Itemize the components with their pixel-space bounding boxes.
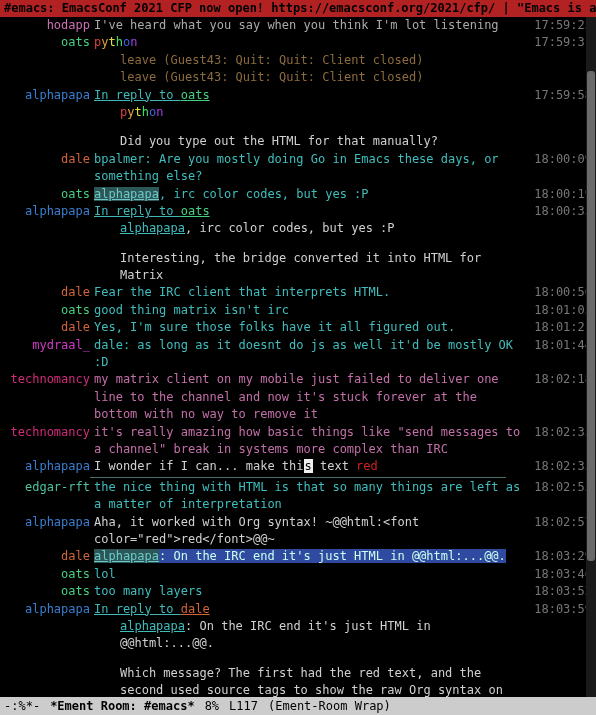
timestamp: 18:03:29 bbox=[528, 548, 592, 565]
text: lol bbox=[94, 567, 116, 581]
message-row: edgar-rftthe nice thing with HTML is tha… bbox=[0, 479, 596, 514]
red-text: red bbox=[356, 459, 378, 473]
nick[interactable]: oats bbox=[61, 303, 90, 317]
blank-line bbox=[0, 653, 596, 665]
nick-column: alphapapa bbox=[4, 458, 94, 475]
message-body: In reply to dale bbox=[94, 601, 528, 618]
nick-column: dale bbox=[4, 319, 94, 336]
nick[interactable]: dale bbox=[61, 549, 90, 563]
timestamp: 17:59:25 bbox=[528, 17, 592, 34]
message-row: Did you type out the HTML for that manua… bbox=[0, 133, 596, 150]
nick[interactable]: alphapapa bbox=[25, 602, 90, 616]
mode-line: -:%*- *Ement Room: #emacs* 8% L117 (Emen… bbox=[0, 697, 596, 715]
message-row: dalebpalmer: Are you mostly doing Go in … bbox=[0, 151, 596, 186]
message-row: technomancymy matrix client on my mobile… bbox=[0, 371, 596, 423]
message-scroll-area[interactable]: hodappI've heard what you say when you t… bbox=[0, 17, 596, 697]
mention-link[interactable]: alphapapa bbox=[94, 549, 159, 563]
channel-topic: : EmacsConf 2021 CFP now open! https://e… bbox=[47, 1, 596, 15]
message-row: leave (Guest43: Quit: Quit: Client close… bbox=[0, 69, 596, 86]
mention-link[interactable]: alphapapa bbox=[120, 221, 185, 235]
nick-column: technomancy bbox=[4, 424, 94, 441]
text: bpalmer: Are you mostly doing Go in Emac… bbox=[94, 152, 499, 183]
message-row: alphapapaAha, it worked with Org syntax!… bbox=[0, 514, 596, 549]
message-row: alphapapaI wonder if I can... make this … bbox=[0, 458, 596, 475]
nick[interactable]: dale bbox=[61, 152, 90, 166]
reply-prefix[interactable]: In reply to bbox=[94, 204, 181, 218]
nick[interactable]: oats bbox=[61, 567, 90, 581]
nick[interactable]: oats bbox=[61, 584, 90, 598]
nick-column: technomancy bbox=[4, 371, 94, 388]
message-body: my matrix client on my mobile just faile… bbox=[94, 371, 528, 423]
nick-column: oats bbox=[4, 583, 94, 600]
mention-link[interactable]: alphapapa bbox=[94, 187, 159, 201]
nick[interactable]: hodapp bbox=[47, 18, 90, 32]
nick[interactable]: technomancy bbox=[11, 372, 90, 386]
reply-prefix[interactable]: In reply to bbox=[94, 602, 181, 616]
modeline-line: L117 bbox=[229, 697, 258, 715]
nick[interactable]: dale bbox=[61, 285, 90, 299]
timestamp: 18:02:55 bbox=[528, 479, 592, 496]
mention-link[interactable]: alphapapa bbox=[120, 619, 185, 633]
modeline-buffer: *Ement Room: #emacs* bbox=[50, 697, 195, 715]
message-row: python bbox=[0, 104, 596, 121]
nick[interactable]: alphapapa bbox=[25, 459, 90, 473]
message-row: oatsalphapapa, irc color codes, but yes … bbox=[0, 186, 596, 203]
text: I wonder if I can... make thi bbox=[94, 459, 304, 473]
nick-column: alphapapa bbox=[4, 601, 94, 618]
text: text bbox=[313, 459, 356, 473]
message-body: In reply to oats bbox=[94, 203, 528, 220]
nick-column: oats bbox=[4, 34, 94, 51]
nick-column: mydraal_ bbox=[4, 337, 94, 354]
channel-name: #emacs bbox=[4, 1, 47, 15]
nick[interactable]: oats bbox=[61, 187, 90, 201]
app-root: #emacs: EmacsConf 2021 CFP now open! htt… bbox=[0, 0, 596, 715]
text: Fear the IRC client that interprets HTML… bbox=[94, 285, 390, 299]
nick[interactable]: technomancy bbox=[11, 425, 90, 439]
blank-line bbox=[0, 238, 596, 250]
message-row: oatslol18:03:46 bbox=[0, 566, 596, 583]
timestamp: 18:01:05 bbox=[528, 302, 592, 319]
message-body: good thing matrix isn't irc bbox=[94, 302, 528, 319]
message-body: it's really amazing how basic things lik… bbox=[94, 424, 528, 459]
modeline-status: -:%*- bbox=[4, 697, 40, 715]
nick[interactable]: alphapapa bbox=[25, 88, 90, 102]
nick[interactable]: edgar-rft bbox=[25, 480, 90, 494]
nick-column: oats bbox=[4, 566, 94, 583]
message-body: the nice thing with HTML is that so many… bbox=[94, 479, 528, 514]
reply-prefix[interactable]: In reply to bbox=[94, 88, 181, 102]
nick-column: dale bbox=[4, 151, 94, 168]
message-row: alphapapaIn reply to oats17:59:58 bbox=[0, 87, 596, 104]
message-body: Fear the IRC client that interprets HTML… bbox=[94, 284, 528, 301]
scrollbar[interactable] bbox=[586, 17, 596, 697]
message-row: Interesting, the bridge converted it int… bbox=[0, 250, 596, 285]
quit-notice: leave (Guest43: Quit: Quit: Client close… bbox=[120, 53, 423, 67]
reply-target[interactable]: oats bbox=[181, 88, 210, 102]
cursor: s bbox=[304, 459, 313, 473]
title-bar: #emacs: EmacsConf 2021 CFP now open! htt… bbox=[0, 0, 596, 17]
reply-target[interactable]: oats bbox=[181, 204, 210, 218]
text: it's really amazing how basic things lik… bbox=[94, 425, 520, 456]
timestamp: 18:02:35 bbox=[528, 458, 592, 475]
scrollbar-thumb[interactable] bbox=[587, 71, 595, 561]
nick-column: hodapp bbox=[4, 17, 94, 34]
message-body: alphapapa, irc color codes, but yes :P bbox=[94, 220, 528, 237]
message-body: python bbox=[94, 104, 528, 121]
nick[interactable]: alphapapa bbox=[25, 515, 90, 529]
nick[interactable]: oats bbox=[61, 35, 90, 49]
message-row: leave (Guest43: Quit: Quit: Client close… bbox=[0, 52, 596, 69]
message-body: alphapapa: On the IRC end it's just HTML… bbox=[94, 548, 528, 565]
timestamp: 18:00:19 bbox=[528, 186, 592, 203]
message-body: I wonder if I can... make this text red bbox=[94, 458, 528, 475]
nick[interactable]: dale bbox=[61, 320, 90, 334]
rainbow-python: python bbox=[94, 35, 137, 49]
nick[interactable]: alphapapa bbox=[25, 204, 90, 218]
nick-column: alphapapa bbox=[4, 87, 94, 104]
reply-target[interactable]: dale bbox=[181, 602, 210, 616]
nick-column: dale bbox=[4, 284, 94, 301]
nick[interactable]: mydraal_ bbox=[32, 338, 90, 352]
message-body: Yes, I'm sure those folks have it all fi… bbox=[94, 319, 528, 336]
message-body: dale: as long as it doesnt do js as well… bbox=[94, 337, 528, 372]
text: Did you type out the HTML for that manua… bbox=[120, 134, 438, 148]
message-row: daleFear the IRC client that interprets … bbox=[0, 284, 596, 301]
message-row: technomancyit's really amazing how basic… bbox=[0, 424, 596, 459]
